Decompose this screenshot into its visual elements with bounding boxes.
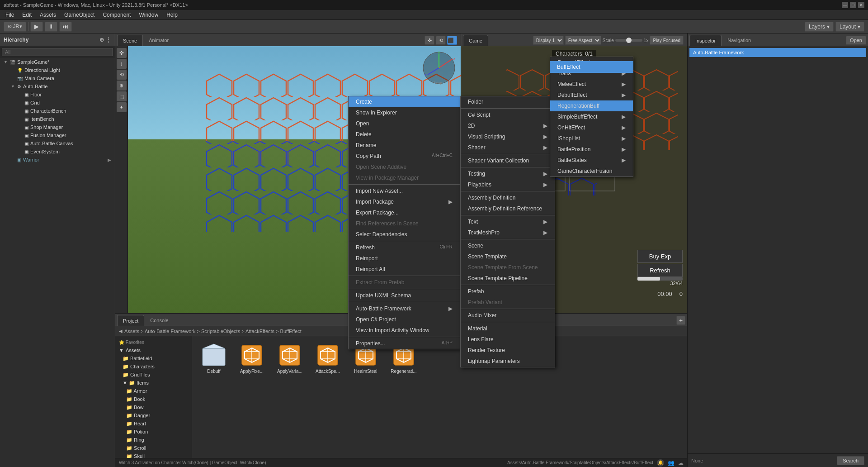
play-btn[interactable]: ▶ (30, 22, 43, 32)
sub-2d[interactable]: 2D▶ (461, 120, 555, 131)
hierarchy-warrior[interactable]: ▣ Warrior ▶ (0, 156, 115, 164)
menu-window[interactable]: Window (135, 11, 162, 19)
hierarchy-menu-icon[interactable]: ⋮ (106, 37, 111, 43)
sub-assemblydef[interactable]: Assembly Definition (461, 192, 555, 203)
ctx-delete[interactable]: Delete (349, 129, 460, 140)
sub-scenetemplate[interactable]: Scene Template (461, 251, 555, 262)
tree-book[interactable]: 📁 Book (115, 395, 192, 403)
ctx-rename[interactable]: Rename (349, 140, 460, 151)
tree-characters[interactable]: 📁 Characters (115, 362, 192, 371)
account-btn[interactable]: ⊙ JR▾ (4, 22, 26, 32)
hierarchy-lock-icon[interactable]: ⊕ (99, 37, 104, 43)
tree-dagger[interactable]: 📁 Dagger (115, 411, 192, 419)
hierarchy-maincamera[interactable]: 📷 Main Camera (0, 74, 115, 82)
ctx-selectdeps[interactable]: Select Dependencies (349, 229, 460, 240)
sub2-battlestates[interactable]: BattleStates▶ (550, 155, 633, 166)
ctx-copypath[interactable]: Copy PathAlt+Ctrl+C (349, 151, 460, 162)
ctx-viewimport[interactable]: View in Import Activity Window (349, 325, 460, 336)
layers-dropdown[interactable]: Layers ▾ (805, 22, 834, 32)
tab-project[interactable]: Project (117, 315, 144, 326)
ctx-show-explorer[interactable]: Show in Explorer (349, 107, 460, 118)
tab-game[interactable]: Game (463, 35, 488, 46)
tab-animator[interactable]: Animator (143, 35, 175, 46)
ctx-create[interactable]: Create (349, 96, 460, 107)
sub-audiomixer[interactable]: Audio Mixer (461, 310, 555, 321)
tree-heart[interactable]: 📁 Heart (115, 419, 192, 428)
asset-item-debuff[interactable]: Debuff (196, 340, 232, 376)
rotate-tool[interactable]: ⟲ (117, 70, 127, 80)
menu-file[interactable]: File (2, 11, 18, 19)
collaborate-icon[interactable]: 👥 (668, 460, 675, 466)
tree-items[interactable]: ▼ 📁 Items (115, 379, 192, 387)
close-btn[interactable]: ✕ (858, 2, 864, 8)
move-tool[interactable]: ↕ (117, 59, 127, 69)
scale-slider[interactable] (615, 39, 642, 42)
sub-textmeshpro[interactable]: TextMeshPro▶ (461, 227, 555, 238)
open-btn[interactable]: Open (846, 36, 866, 45)
ctx-open[interactable]: Open (349, 118, 460, 129)
sub-lightmapparams[interactable]: Lightmap Parameters (461, 356, 555, 367)
ctx-importnew[interactable]: Import New Asset... (349, 186, 460, 196)
sub-shader[interactable]: Shader▶ (461, 142, 555, 153)
buy-exp-btn[interactable]: Buy Exp (637, 250, 683, 263)
minimize-btn[interactable]: — (842, 2, 848, 8)
ctx-autobattle[interactable]: Auto-Battle Framework▶ (349, 303, 460, 314)
tree-gridtiles[interactable]: 📁 GridTiles (115, 371, 192, 379)
ctx-importpackage[interactable]: Import Package▶ (349, 196, 460, 207)
hierarchy-fusionmanager[interactable]: ▣ Fusion Manager (0, 131, 115, 139)
hierarchy-itembench[interactable]: ▣ ItemBench (0, 115, 115, 123)
sub-assemblydefref[interactable]: Assembly Definition Reference (461, 203, 555, 214)
tab-scene[interactable]: Scene (117, 35, 143, 46)
sub2-simplebuffeffect[interactable]: SimpleBuffEffect▶ (550, 111, 633, 122)
menu-gameobject[interactable]: GameObject (61, 11, 98, 19)
step-btn[interactable]: ⏭ (59, 22, 72, 32)
ctx-refresh[interactable]: RefreshCtrl+R (349, 242, 460, 253)
sub-lightingsettings[interactable]: Lighting Settings (461, 367, 555, 367)
hierarchy-grid[interactable]: ▣ Grid (0, 99, 115, 107)
aspect-select[interactable]: Free Aspect (565, 36, 601, 45)
sub-csharp[interactable]: C# Script (461, 110, 555, 120)
ctx-exportpackage[interactable]: Export Package... (349, 207, 460, 218)
scene-tool-btn-2[interactable]: ⟲ (436, 36, 446, 45)
menu-assets[interactable]: Assets (36, 11, 60, 19)
asset-item-applyfixe[interactable]: ApplyFixe... (234, 340, 270, 376)
sub-shadervariant[interactable]: Shader Variant Collection (461, 155, 555, 166)
hierarchy-autobattle[interactable]: ▼ ⚙ Auto-Battle (0, 82, 115, 91)
sub-text[interactable]: Text▶ (461, 216, 555, 227)
display-select[interactable]: Display 1 (533, 36, 564, 45)
ctx-opencsharp[interactable]: Open C# Project (349, 314, 460, 325)
sub2-meleeeffect[interactable]: MeleeEffect▶ (550, 79, 633, 90)
menu-help[interactable]: Help (163, 11, 181, 19)
maximize-btn[interactable]: □ (850, 2, 856, 8)
hierarchy-samplegame[interactable]: ▼ 🎬 SampleGame* (0, 58, 115, 66)
sub-material[interactable]: Material (461, 323, 555, 334)
tree-ring[interactable]: 📁 Ring (115, 436, 192, 444)
tree-potion[interactable]: 📁 Potion (115, 428, 192, 436)
hand-tool[interactable]: ✜ (117, 48, 127, 58)
window-controls[interactable]: — □ ✕ (842, 2, 864, 8)
scale-tool[interactable]: ⊕ (117, 81, 127, 91)
custom-tool[interactable]: ✦ (117, 102, 127, 112)
pause-btn[interactable]: ⏸ (45, 22, 57, 32)
sub2-gamecharfusion[interactable]: GameCharacterFusion (550, 166, 633, 176)
project-add-btn[interactable]: + (676, 316, 685, 325)
hierarchy-charbench[interactable]: ▣ CharacterBench (0, 107, 115, 115)
sub2-onhiteffect[interactable]: OnHitEffect▶ (550, 122, 633, 133)
tab-inspector[interactable]: Inspector (689, 35, 722, 46)
sub2-ishoplist[interactable]: IShopList▶ (550, 133, 633, 144)
sub-prefab[interactable]: Prefab (461, 286, 555, 297)
sub-testing[interactable]: Testing▶ (461, 168, 555, 179)
sub-rendertexture[interactable]: Render Texture (461, 345, 555, 356)
notification-icon[interactable]: 🔔 (657, 459, 664, 467)
tree-skull[interactable]: 📁 Skull (115, 452, 192, 458)
hierarchy-floor[interactable]: ▣ Floor (0, 91, 115, 99)
tab-navigation[interactable]: Navigation (722, 35, 757, 46)
refresh-btn[interactable]: Refresh (637, 264, 683, 277)
sub-visualscripting[interactable]: Visual Scripting▶ (461, 131, 555, 142)
menu-component[interactable]: Component (99, 11, 134, 19)
tree-bow[interactable]: 📁 Bow (115, 403, 192, 411)
playfocused-btn[interactable]: Play Focused (650, 36, 684, 45)
tree-battlefield[interactable]: 📁 Battlefield (115, 354, 192, 362)
layout-dropdown[interactable]: Layout ▾ (835, 22, 864, 32)
scene-tool-btn-3[interactable]: ⬛ (447, 36, 457, 45)
